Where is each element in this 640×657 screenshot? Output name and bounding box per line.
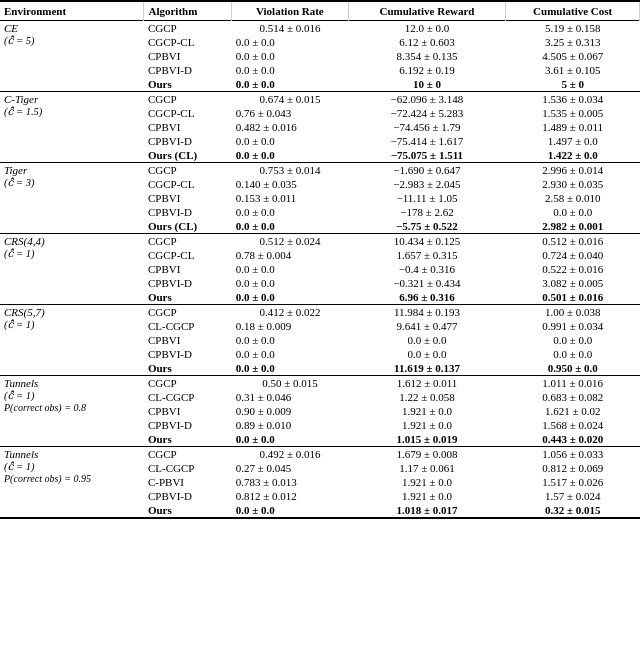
cumulative-cost-cell: 1.422 ± 0.0 (506, 148, 640, 163)
table-row: CRS(4,4)(ĉ̂ = 1)CGCP0.512 ± 0.02410.434 … (0, 234, 640, 249)
main-container: Environment Algorithm Violation Rate Cum… (0, 0, 640, 519)
cumulative-cost-cell: 0.32 ± 0.015 (506, 503, 640, 518)
table-row: Tiger(ĉ̂ = 3)CGCP0.753 ± 0.014−1.690 ± 0… (0, 163, 640, 178)
violation-rate-cell: 0.0 ± 0.0 (232, 276, 348, 290)
cumulative-cost-cell: 0.991 ± 0.034 (506, 319, 640, 333)
env-extra: P(correct obs) = 0.8 (4, 402, 86, 413)
cumulative-cost-cell: 0.443 ± 0.020 (506, 432, 640, 447)
algo-cell: CGCP (144, 163, 232, 178)
cumulative-reward-cell: 1.921 ± 0.0 (348, 404, 506, 418)
algo-cell: CPBVI-D (144, 347, 232, 361)
env-name: CRS(4,4) (4, 235, 45, 247)
violation-rate-cell: 0.0 ± 0.0 (232, 35, 348, 49)
cumulative-cost-cell: 5.19 ± 0.158 (506, 21, 640, 36)
cumulative-reward-cell: 1.657 ± 0.315 (348, 248, 506, 262)
violation-rate-cell: 0.0 ± 0.0 (232, 503, 348, 518)
violation-rate-cell: 0.492 ± 0.016 (232, 447, 348, 462)
cumulative-cost-cell: 0.724 ± 0.040 (506, 248, 640, 262)
cumulative-reward-cell: 8.354 ± 0.135 (348, 49, 506, 63)
env-sub: (ĉ̂ = 1.5) (4, 106, 42, 117)
algo-cell: Ours (144, 290, 232, 305)
algo-cell: CPBVI (144, 333, 232, 347)
cumulative-reward-cell: 6.192 ± 0.19 (348, 63, 506, 77)
violation-rate-cell: 0.27 ± 0.045 (232, 461, 348, 475)
cumulative-cost-cell: 1.536 ± 0.034 (506, 92, 640, 107)
violation-rate-cell: 0.140 ± 0.035 (232, 177, 348, 191)
env-cell: CRS(5,7)(ĉ̂ = 1) (0, 305, 144, 376)
cumulative-reward-cell: 1.679 ± 0.008 (348, 447, 506, 462)
cumulative-cost-cell: 1.00 ± 0.038 (506, 305, 640, 320)
col-violation-rate: Violation Rate (232, 1, 348, 21)
algo-cell: CGCP-CL (144, 177, 232, 191)
algo-cell: CPBVI (144, 191, 232, 205)
algo-cell: Ours (144, 503, 232, 518)
algo-cell: CGCP-CL (144, 248, 232, 262)
cumulative-reward-cell: 1.921 ± 0.0 (348, 489, 506, 503)
algo-cell: CPBVI (144, 120, 232, 134)
cumulative-cost-cell: 2.58 ± 0.010 (506, 191, 640, 205)
algo-cell: CPBVI (144, 262, 232, 276)
cumulative-reward-cell: −0.4 ± 0.316 (348, 262, 506, 276)
algo-cell: CPBVI-D (144, 489, 232, 503)
algo-cell: Ours (CL) (144, 219, 232, 234)
algo-cell: CPBVI-D (144, 63, 232, 77)
algo-cell: CPBVI (144, 404, 232, 418)
algo-cell: CPBVI-D (144, 205, 232, 219)
col-cumulative-cost: Cumulative Cost (506, 1, 640, 21)
algo-cell: CGCP-CL (144, 35, 232, 49)
cumulative-reward-cell: −1.690 ± 0.647 (348, 163, 506, 178)
cumulative-reward-cell: 1.921 ± 0.0 (348, 475, 506, 489)
violation-rate-cell: 0.753 ± 0.014 (232, 163, 348, 178)
violation-rate-cell: 0.50 ± 0.015 (232, 376, 348, 391)
cumulative-cost-cell: 2.930 ± 0.035 (506, 177, 640, 191)
cumulative-reward-cell: 1.015 ± 0.019 (348, 432, 506, 447)
env-cell: Tiger(ĉ̂ = 3) (0, 163, 144, 234)
env-cell: C-Tiger(ĉ̂ = 1.5) (0, 92, 144, 163)
cumulative-reward-cell: 11.619 ± 0.137 (348, 361, 506, 376)
table-row: Tunnels(ĉ̂ = 1)P(correct obs) = 0.8CGCP0… (0, 376, 640, 391)
env-cell: CE(ĉ̂ = 5) (0, 21, 144, 92)
env-sub: (ĉ̂ = 1) (4, 461, 34, 472)
env-name: C-Tiger (4, 93, 38, 105)
cumulative-reward-cell: 0.0 ± 0.0 (348, 347, 506, 361)
cumulative-cost-cell: 0.501 ± 0.016 (506, 290, 640, 305)
env-extra: P(correct obs) = 0.95 (4, 473, 91, 484)
cumulative-reward-cell: 0.0 ± 0.0 (348, 333, 506, 347)
cumulative-cost-cell: 1.57 ± 0.024 (506, 489, 640, 503)
cumulative-cost-cell: 1.568 ± 0.024 (506, 418, 640, 432)
algo-cell: Ours (144, 77, 232, 92)
cumulative-reward-cell: 6.96 ± 0.316 (348, 290, 506, 305)
cumulative-reward-cell: −74.456 ± 1.79 (348, 120, 506, 134)
violation-rate-cell: 0.0 ± 0.0 (232, 290, 348, 305)
algo-cell: CGCP-CL (144, 106, 232, 120)
cumulative-reward-cell: −62.096 ± 3.148 (348, 92, 506, 107)
col-cumulative-reward: Cumulative Reward (348, 1, 506, 21)
cumulative-cost-cell: 0.812 ± 0.069 (506, 461, 640, 475)
cumulative-reward-cell: 1.921 ± 0.0 (348, 418, 506, 432)
algo-cell: CL-CGCP (144, 390, 232, 404)
cumulative-reward-cell: −11.11 ± 1.05 (348, 191, 506, 205)
cumulative-reward-cell: 12.0 ± 0.0 (348, 21, 506, 36)
cumulative-reward-cell: 1.612 ± 0.011 (348, 376, 506, 391)
algo-cell: CPBVI-D (144, 276, 232, 290)
env-sub: (ĉ̂ = 1) (4, 319, 34, 330)
violation-rate-cell: 0.89 ± 0.010 (232, 418, 348, 432)
env-sub: (ĉ̂ = 1) (4, 390, 34, 401)
env-sub: (ĉ̂ = 1) (4, 248, 34, 259)
cumulative-cost-cell: 3.082 ± 0.005 (506, 276, 640, 290)
algo-cell: Ours (CL) (144, 148, 232, 163)
algo-cell: CGCP (144, 305, 232, 320)
algo-cell: CL-CGCP (144, 461, 232, 475)
violation-rate-cell: 0.812 ± 0.012 (232, 489, 348, 503)
algo-cell: CGCP (144, 92, 232, 107)
violation-rate-cell: 0.78 ± 0.004 (232, 248, 348, 262)
violation-rate-cell: 0.76 ± 0.043 (232, 106, 348, 120)
cumulative-cost-cell: 1.621 ± 0.02 (506, 404, 640, 418)
algo-cell: CPBVI-D (144, 418, 232, 432)
violation-rate-cell: 0.0 ± 0.0 (232, 219, 348, 234)
violation-rate-cell: 0.0 ± 0.0 (232, 361, 348, 376)
env-name: Tunnels (4, 377, 38, 389)
table-row: C-Tiger(ĉ̂ = 1.5)CGCP0.674 ± 0.015−62.09… (0, 92, 640, 107)
algo-cell: CGCP (144, 234, 232, 249)
cumulative-reward-cell: −72.424 ± 5.283 (348, 106, 506, 120)
